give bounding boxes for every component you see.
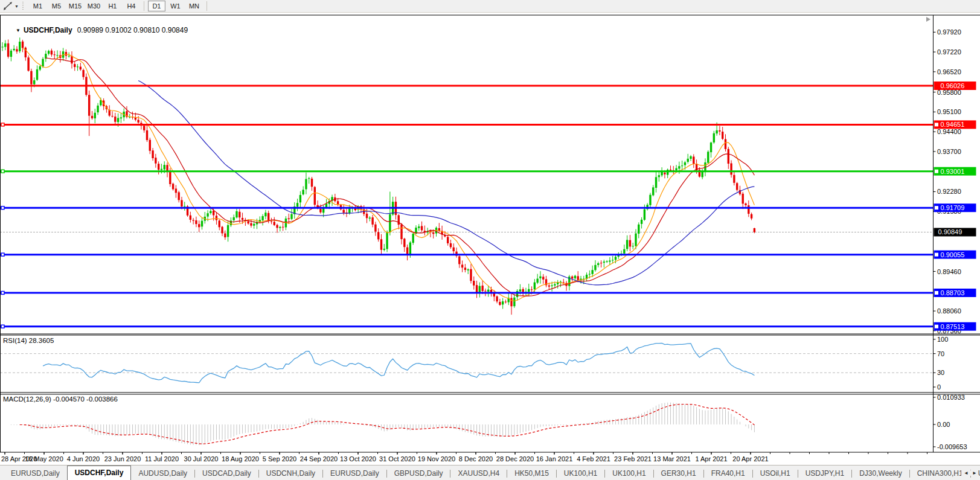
svg-text:0.96520: 0.96520 [937,68,961,75]
hline-0.87513[interactable] [0,325,933,328]
svg-text:23 Feb 2021: 23 Feb 2021 [614,455,652,462]
chart-tab-ger30-h1[interactable]: GER30,H1 [654,467,703,480]
svg-text:0.94400: 0.94400 [937,128,961,135]
svg-text:70: 70 [937,350,944,357]
svg-text:0.88703: 0.88703 [941,289,965,296]
chart-ohlc-values: 0.90989 0.91002 0.90810 0.90849 [77,26,188,34]
chart-tab-usdchf-daily[interactable]: USDCHF,Daily [67,466,132,480]
chart-tab-hk50-m15[interactable]: HK50,M15 [507,467,556,480]
svg-text:13 Mar 2021: 13 Mar 2021 [653,455,691,462]
svg-text:11 Jul 2020: 11 Jul 2020 [145,455,179,462]
svg-text:0: 0 [937,383,941,391]
toolbar-grip[interactable] [22,2,25,11]
chart-tab-usdcnh-daily[interactable]: USDCNH,Daily [259,467,322,480]
svg-text:0.92280: 0.92280 [937,188,961,195]
chart-tab-usdjpy-h1[interactable]: USDJPY,H1 [798,467,851,480]
trading-platform-window: ▼ M1M5M15M30H1H4D1W1MN 0.979200.972200.9… [0,0,980,480]
chart-tab-bar: EURUSD,DailyUSDCHF,DailyAUDUSD,DailyUSDC… [0,465,980,480]
svg-text:16 May 2020: 16 May 2020 [25,455,63,462]
svg-text:0.89460: 0.89460 [937,268,961,275]
chart-tab-fra40-h1[interactable]: FRA40,H1 [704,467,752,480]
timeframe-button-w1[interactable]: W1 [167,1,184,11]
current-price-label: 0.90849 [934,228,976,236]
svg-text:0.93700: 0.93700 [937,148,961,155]
chart-canvas[interactable]: 0.979200.972200.965200.958000.951000.944… [0,13,980,465]
toolbar-divider [144,1,144,11]
svg-text:0.97220: 0.97220 [937,48,961,56]
rsi-indicator-label: RSI(14) 28.3605 [3,337,54,344]
timeframe-button-h4[interactable]: H4 [123,1,140,11]
chart-title: ▼USDCHF,Daily0.90989 0.91002 0.90810 0.9… [4,18,188,43]
svg-text:0.97920: 0.97920 [937,28,961,36]
svg-text:0.93001: 0.93001 [941,168,965,175]
svg-text:23 Jun 2020: 23 Jun 2020 [104,455,141,462]
price-label-0.94651: 0.94651 [934,120,976,129]
chart-tab-gbpusd-daily[interactable]: GBPUSD,Daily [387,467,450,480]
price-label-0.87513: 0.87513 [934,322,976,331]
price-label-0.91709: 0.91709 [934,203,976,212]
chart-shift-marker[interactable] [926,17,930,22]
trendline-tool-icon [3,1,13,11]
timeframe-button-m30[interactable]: M30 [85,1,103,11]
pane-borders [0,15,980,452]
svg-text:0.00: 0.00 [937,421,950,428]
svg-text:20 Apr 2021: 20 Apr 2021 [732,455,768,462]
macd-indicator-label: MACD(12,26,9) -0.004570 -0.003866 [3,395,118,403]
svg-text:30: 30 [937,369,944,376]
chart-tab-xauusd-h4[interactable]: XAUUSD,H4 [450,467,507,480]
svg-text:1 Apr 2021: 1 Apr 2021 [695,455,727,462]
svg-text:0.88060: 0.88060 [937,307,961,315]
timeframe-button-d1[interactable]: D1 [148,1,165,11]
svg-text:0.91709: 0.91709 [941,204,965,211]
chevron-down-icon[interactable]: ▼ [14,4,19,8]
tab-scroll-arrows[interactable]: ◄ ► [961,470,978,476]
timeframe-button-m5[interactable]: M5 [48,1,65,11]
svg-text:0.87513: 0.87513 [941,323,965,330]
timeframe-button-m1[interactable]: M1 [29,1,46,11]
hline-0.93001[interactable] [0,170,933,173]
hline-0.91709[interactable] [0,206,933,210]
chart-tab-uk100-h1[interactable]: UK100,H1 [557,467,604,480]
svg-text:0.90849: 0.90849 [938,228,962,235]
time-axis[interactable]: 28 Apr 202016 May 20204 Jun 202023 Jun 2… [1,452,927,462]
timeframe-button-m15[interactable]: M15 [66,1,84,11]
chart-tab-eurusd-daily[interactable]: EURUSD,Daily [323,467,386,480]
svg-text:28 Dec 2020: 28 Dec 2020 [496,455,534,462]
svg-text:-0.009653: -0.009653 [937,443,967,450]
svg-text:100: 100 [937,336,948,343]
price-label-0.88703: 0.88703 [934,289,976,297]
timeframe-button-mn[interactable]: MN [185,1,203,11]
svg-text:19 Nov 2020: 19 Nov 2020 [418,455,455,462]
toolbar-divider [207,1,207,11]
svg-text:31 Oct 2020: 31 Oct 2020 [379,455,415,462]
price-label-0.90055: 0.90055 [934,251,976,259]
candles-layer [1,37,755,315]
hline-0.94651[interactable] [0,123,933,126]
chart-tab-uk100-h1[interactable]: UK100,H1 [605,467,653,480]
price-label-0.93001: 0.93001 [934,167,976,176]
chart-tab-dj30-weekly[interactable]: DJ30,Weekly [852,467,909,480]
timeframe-button-h1[interactable]: H1 [104,1,121,11]
horizontal-line-objects[interactable] [0,86,933,328]
chart-tab-usdcad-daily[interactable]: USDCAD,Daily [195,467,258,480]
macd-pane [11,403,754,446]
svg-text:24 Sep 2020: 24 Sep 2020 [300,455,338,462]
svg-text:18 Aug 2020: 18 Aug 2020 [222,455,259,462]
svg-text:13 Oct 2020: 13 Oct 2020 [340,455,376,462]
chart-tab-eurusd-daily[interactable]: EURUSD,Daily [4,467,67,480]
svg-text:0.95100: 0.95100 [937,108,961,115]
collapse-triangle-icon[interactable]: ▼ [16,28,21,33]
svg-text:4 Feb 2021: 4 Feb 2021 [577,455,610,462]
svg-text:0.010933: 0.010933 [937,394,965,401]
chart-tool-button[interactable]: ▼ [0,0,21,12]
svg-text:4 Jun 2020: 4 Jun 2020 [67,455,100,462]
hline-0.88703[interactable] [0,291,933,294]
chart-tab-usoil-h1[interactable]: USOil,H1 [753,467,798,480]
moving-average-16 [46,58,755,296]
chart-tab-audusd-daily[interactable]: AUDUSD,Daily [131,467,194,480]
svg-text:8 Dec 2020: 8 Dec 2020 [459,455,493,462]
chart-area[interactable]: 0.979200.972200.965200.958000.951000.944… [0,13,980,465]
svg-text:0.96026: 0.96026 [941,82,965,89]
svg-text:5 Sep 2020: 5 Sep 2020 [263,455,296,462]
svg-text:0.94651: 0.94651 [941,121,965,128]
